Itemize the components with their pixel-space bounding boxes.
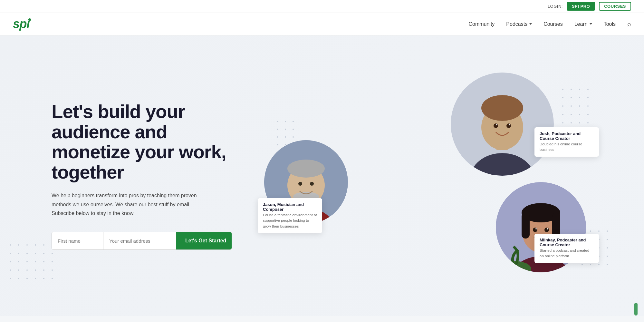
email-input[interactable]: [103, 232, 176, 249]
person-card-jason: Jason, Musician and Composer Found a fan…: [258, 198, 322, 233]
chevron-down-icon: [529, 23, 532, 25]
josh-card-name: Josh, Podcaster and Course Creator: [540, 131, 594, 141]
logo-dot: [28, 18, 31, 21]
scroll-indicator: [634, 303, 638, 316]
top-bar: LOGIN: SPI PRO COURSES: [0, 0, 644, 13]
signup-form: Let's Get Started: [52, 232, 232, 250]
person-card-josh: Josh, Podcaster and Course Creator Doubl…: [534, 127, 599, 157]
person-circle-josh: [451, 73, 554, 176]
josh-face: [451, 73, 554, 176]
nav-link-tools[interactable]: Tools: [604, 21, 616, 27]
nav-item-tools[interactable]: Tools: [604, 21, 616, 27]
hero-subtext: We help beginners transform into pros by…: [52, 191, 200, 218]
nav-item-courses[interactable]: Courses: [543, 21, 563, 27]
person-card-miinkay: Miinkay, Podcaster and Course Creator St…: [534, 234, 599, 263]
hero-left-content: Let's build your audience and monetize y…: [52, 102, 232, 250]
svg-point-24: [533, 228, 537, 232]
nav-item-podcasts[interactable]: Podcasts: [506, 21, 532, 27]
nav-link-community[interactable]: Community: [468, 21, 495, 27]
first-name-input[interactable]: [52, 232, 103, 249]
search-icon: ⌕: [627, 20, 631, 28]
svg-point-8: [509, 124, 510, 125]
main-nav: spi Community Podcasts Courses Learn: [0, 13, 644, 35]
svg-rect-22: [522, 213, 530, 239]
login-label: LOGIN:: [548, 4, 563, 9]
svg-point-6: [506, 123, 511, 128]
miinkay-card-desc: Started a podcast and created an online …: [540, 248, 594, 259]
nav-link-learn[interactable]: Learn: [574, 21, 592, 27]
svg-point-13: [287, 160, 325, 178]
svg-point-26: [535, 228, 537, 229]
get-started-button[interactable]: Let's Get Started: [176, 232, 232, 249]
nav-link-courses[interactable]: Courses: [543, 21, 563, 27]
nav-link-podcasts[interactable]: Podcasts: [506, 21, 532, 27]
svg-point-4: [481, 95, 523, 121]
hero-headline: Let's build your audience and monetize y…: [52, 102, 232, 182]
jason-card-desc: Found a fantastic environment of support…: [263, 212, 317, 229]
dots-left-decoration: [10, 244, 57, 284]
svg-point-25: [544, 228, 549, 232]
svg-point-7: [496, 124, 497, 125]
svg-point-27: [547, 228, 548, 229]
svg-point-15: [298, 182, 302, 186]
hero-section: Let's build your audience and monetize y…: [0, 35, 644, 316]
search-link[interactable]: ⌕: [627, 20, 631, 28]
dots-top-right: [562, 89, 592, 127]
site-logo[interactable]: spi: [13, 17, 30, 31]
nav-item-community[interactable]: Community: [468, 21, 495, 27]
svg-point-16: [310, 182, 314, 186]
nav-item-learn[interactable]: Learn: [574, 21, 592, 27]
jason-card-name: Jason, Musician and Composer: [263, 202, 317, 212]
chevron-down-icon: [590, 23, 592, 25]
nav-links: Community Podcasts Courses Learn Tools: [468, 20, 631, 28]
miinkay-card-name: Miinkay, Podcaster and Course Creator: [540, 238, 594, 247]
hero-right-content: Josh, Podcaster and Course Creator Doubl…: [251, 63, 618, 288]
svg-point-5: [494, 123, 498, 128]
josh-card-desc: Doubled his online course business: [540, 141, 594, 153]
nav-item-search[interactable]: ⌕: [627, 20, 631, 28]
spi-pro-button[interactable]: SPI PRO: [567, 2, 595, 11]
courses-top-button[interactable]: COURSES: [599, 2, 631, 11]
